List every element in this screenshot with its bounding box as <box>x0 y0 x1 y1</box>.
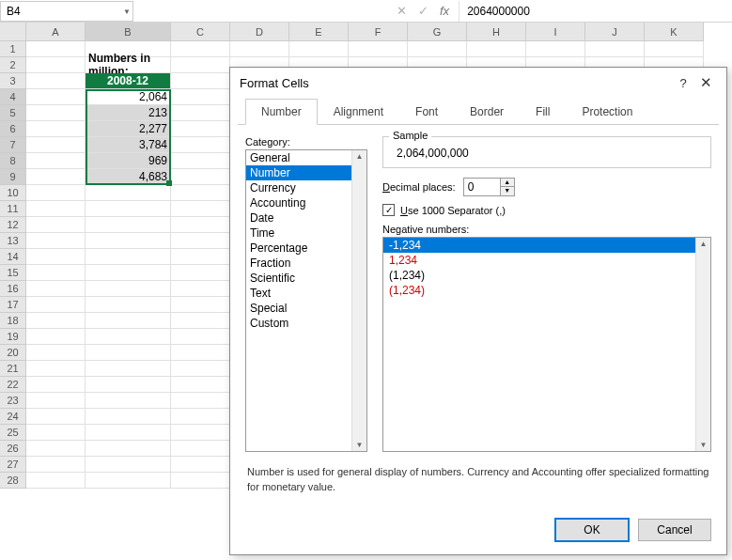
col-head-i[interactable]: I <box>526 23 585 41</box>
cell-B9[interactable]: 4,683 <box>86 169 171 185</box>
cell-C12[interactable] <box>171 217 230 233</box>
cell-A23[interactable] <box>26 393 86 409</box>
row-head-27[interactable]: 27 <box>0 457 26 473</box>
cell-C24[interactable] <box>171 409 230 425</box>
cell-A21[interactable] <box>26 361 86 377</box>
chevron-down-icon[interactable]: ▼ <box>356 441 364 449</box>
cell-D1[interactable] <box>230 41 289 57</box>
cell-H1[interactable] <box>467 41 526 57</box>
scrollbar[interactable]: ▲▼ <box>351 150 366 451</box>
cell-B11[interactable] <box>86 201 171 217</box>
category-item-percentage[interactable]: Percentage <box>246 241 366 256</box>
chevron-down-icon[interactable]: ▼ <box>123 7 131 15</box>
spin-up-icon[interactable]: ▲ <box>501 179 514 187</box>
col-head-f[interactable]: F <box>349 23 408 41</box>
cell-B23[interactable] <box>86 393 171 409</box>
col-head-k[interactable]: K <box>645 23 704 41</box>
cell-B28[interactable] <box>86 473 171 489</box>
cell-B25[interactable] <box>86 425 171 441</box>
cell-C18[interactable] <box>171 313 230 329</box>
cell-A12[interactable] <box>26 217 86 233</box>
cell-J1[interactable] <box>585 41 645 57</box>
cell-A16[interactable] <box>26 281 86 297</box>
fx-icon[interactable]: fx <box>440 4 449 18</box>
category-item-fraction[interactable]: Fraction <box>246 256 366 271</box>
cell-A28[interactable] <box>26 473 86 489</box>
cell-C15[interactable] <box>171 265 230 281</box>
cell-C1[interactable] <box>171 41 230 57</box>
cell-C3[interactable] <box>171 73 230 89</box>
name-box[interactable]: B4 ▼ <box>0 1 133 22</box>
row-head-10[interactable]: 10 <box>0 185 26 201</box>
cell-B6[interactable]: 2,277 <box>86 121 171 137</box>
cell-B22[interactable] <box>86 377 171 393</box>
category-item-time[interactable]: Time <box>246 226 366 241</box>
cell-C28[interactable] <box>171 473 230 489</box>
cell-K1[interactable] <box>645 41 704 57</box>
row-head-13[interactable]: 13 <box>0 233 26 249</box>
cell-A24[interactable] <box>26 409 86 425</box>
cell-C9[interactable] <box>171 169 230 185</box>
cell-C17[interactable] <box>171 297 230 313</box>
cell-A5[interactable] <box>26 105 86 121</box>
cell-C11[interactable] <box>171 201 230 217</box>
row-head-18[interactable]: 18 <box>0 313 26 329</box>
cell-C4[interactable] <box>171 89 230 105</box>
row-head-16[interactable]: 16 <box>0 281 26 297</box>
tab-border[interactable]: Border <box>454 99 520 125</box>
cell-A22[interactable] <box>26 377 86 393</box>
tab-alignment[interactable]: Alignment <box>318 99 399 125</box>
cell-A25[interactable] <box>26 425 86 441</box>
cell-C13[interactable] <box>171 233 230 249</box>
cell-A13[interactable] <box>26 233 86 249</box>
cell-B12[interactable] <box>86 217 171 233</box>
cell-C20[interactable] <box>171 345 230 361</box>
decimal-spinner[interactable]: ▲ ▼ <box>463 178 515 196</box>
cell-C27[interactable] <box>171 457 230 473</box>
chevron-up-icon[interactable]: ▲ <box>356 152 364 161</box>
col-head-c[interactable]: C <box>171 23 230 41</box>
tab-fill[interactable]: Fill <box>520 99 566 125</box>
help-icon[interactable]: ? <box>672 76 694 90</box>
row-head-7[interactable]: 7 <box>0 137 26 153</box>
category-item-accounting[interactable]: Accounting <box>246 195 366 210</box>
cell-B17[interactable] <box>86 297 171 313</box>
row-head-4[interactable]: 4 <box>0 89 26 105</box>
cell-B20[interactable] <box>86 345 171 361</box>
dialog-titlebar[interactable]: Format Cells ? ✕ <box>230 68 726 98</box>
row-head-22[interactable]: 22 <box>0 377 26 393</box>
cell-A6[interactable] <box>26 121 86 137</box>
cell-G1[interactable] <box>408 41 467 57</box>
cell-C5[interactable] <box>171 105 230 121</box>
cancel-icon[interactable]: ✕ <box>397 4 407 18</box>
cell-A14[interactable] <box>26 249 86 265</box>
cell-A2[interactable] <box>26 57 86 73</box>
col-head-a[interactable]: A <box>26 23 86 41</box>
cell-A19[interactable] <box>26 329 86 345</box>
category-item-general[interactable]: General <box>246 150 366 165</box>
tab-protection[interactable]: Protection <box>566 99 648 125</box>
col-head-h[interactable]: H <box>467 23 526 41</box>
cell-C26[interactable] <box>171 441 230 457</box>
select-all-corner[interactable] <box>0 23 26 41</box>
cell-E1[interactable] <box>289 41 349 57</box>
cell-B7[interactable]: 3,784 <box>86 137 171 153</box>
cell-B13[interactable] <box>86 233 171 249</box>
negative-item-3[interactable]: (1,234) <box>383 283 710 298</box>
col-head-d[interactable]: D <box>230 23 289 41</box>
cell-C22[interactable] <box>171 377 230 393</box>
cell-B2[interactable]: Numbers in million: <box>86 57 171 73</box>
cell-C10[interactable] <box>171 185 230 201</box>
cell-A11[interactable] <box>26 201 86 217</box>
cell-A18[interactable] <box>26 313 86 329</box>
category-item-text[interactable]: Text <box>246 286 366 301</box>
cell-A3[interactable] <box>26 73 86 89</box>
category-item-special[interactable]: Special <box>246 301 366 316</box>
cell-B10[interactable] <box>86 185 171 201</box>
cell-C21[interactable] <box>171 361 230 377</box>
category-item-date[interactable]: Date <box>246 210 366 226</box>
cell-B8[interactable]: 969 <box>86 153 171 169</box>
row-head-28[interactable]: 28 <box>0 473 26 489</box>
row-head-2[interactable]: 2 <box>0 57 26 73</box>
row-head-17[interactable]: 17 <box>0 297 26 313</box>
